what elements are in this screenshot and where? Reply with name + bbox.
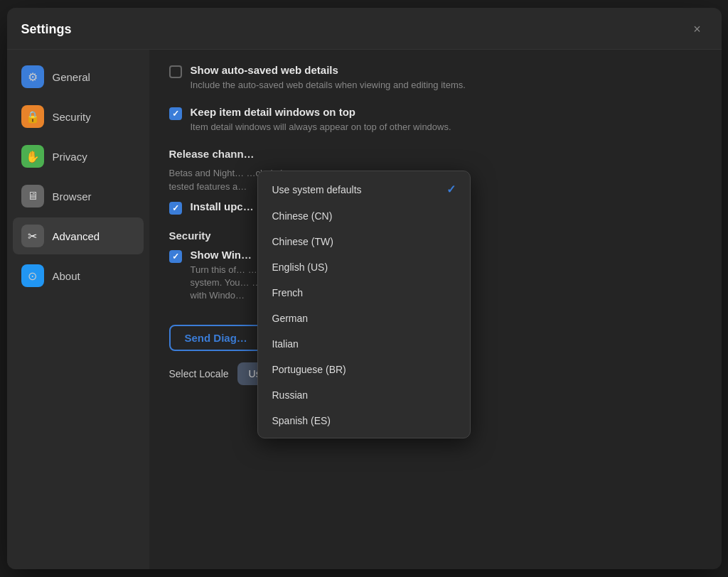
dropdown-item-4[interactable]: French: [258, 280, 470, 306]
dropdown-check-0: ✓: [446, 183, 456, 196]
dropdown-item-label-3: English (US): [272, 261, 328, 273]
main-content: ⚙ General 🔒 Security ✋ Privacy 🖥 Browser…: [7, 50, 722, 569]
dropdown-item-7[interactable]: Portuguese (BR): [258, 357, 470, 382]
install-updates-label: Install upc…: [191, 200, 254, 212]
settings-window: Settings × ⚙ General 🔒 Security ✋ Privac…: [7, 8, 722, 569]
dropdown-item-label-6: Italian: [272, 338, 299, 350]
keep-on-top-desc: Item detail windows will always appear o…: [191, 121, 451, 134]
sidebar-item-general[interactable]: ⚙ General: [13, 58, 144, 95]
dropdown-item-0[interactable]: Use system defaults ✓: [258, 176, 470, 203]
locale-dropdown: Use system defaults ✓ Chinese (CN) Chine…: [257, 171, 471, 438]
titlebar: Settings ×: [7, 8, 722, 50]
release-channel-label: Release chann…: [169, 148, 702, 160]
show-windows-checkbox[interactable]: [169, 250, 182, 263]
show-autosaved-title: Show auto-saved web details: [191, 64, 466, 76]
sidebar-item-browser[interactable]: 🖥 Browser: [13, 178, 144, 215]
content-area: Show auto-saved web details Include the …: [149, 50, 722, 569]
show-autosaved-desc: Include the auto-saved web details when …: [191, 79, 466, 92]
dropdown-item-label-9: Spanish (ES): [272, 415, 331, 426]
dropdown-item-label-7: Portuguese (BR): [272, 364, 346, 375]
show-autosaved-checkbox[interactable]: [169, 65, 182, 78]
dropdown-item-6[interactable]: Italian: [258, 331, 470, 357]
dropdown-item-8[interactable]: Russian: [258, 382, 470, 408]
keep-on-top-title: Keep item detail windows on top: [191, 106, 451, 118]
sidebar-label-privacy: Privacy: [53, 151, 87, 163]
dropdown-item-3[interactable]: English (US): [258, 254, 470, 280]
keep-on-top-row: Keep item detail windows on top Item det…: [169, 106, 702, 134]
sidebar-item-advanced[interactable]: ✂ Advanced: [13, 217, 144, 254]
dropdown-item-label-4: French: [272, 287, 304, 298]
install-updates-checkbox[interactable]: [169, 202, 182, 215]
keep-on-top-text: Keep item detail windows on top Item det…: [191, 106, 451, 134]
dropdown-item-label-8: Russian: [272, 389, 309, 401]
send-diagnostics-button[interactable]: Send Diag…: [169, 325, 263, 351]
dropdown-item-label-5: German: [272, 313, 309, 324]
close-button[interactable]: ×: [687, 19, 707, 39]
sidebar-label-about: About: [53, 270, 80, 282]
dropdown-item-2[interactable]: Chinese (TW): [258, 229, 470, 254]
sidebar-item-security[interactable]: 🔒 Security: [13, 98, 144, 135]
locale-label: Select Locale: [169, 368, 229, 379]
privacy-icon: ✋: [21, 145, 44, 168]
advanced-icon: ✂: [21, 225, 44, 247]
dropdown-item-1[interactable]: Chinese (CN): [258, 203, 470, 229]
dropdown-item-label-2: Chinese (TW): [272, 236, 333, 247]
dropdown-item-label-0: Use system defaults: [272, 184, 362, 195]
sidebar-item-about[interactable]: ⊙ About: [13, 257, 144, 294]
sidebar-label-browser: Browser: [53, 190, 92, 203]
show-autosaved-text: Show auto-saved web details Include the …: [191, 64, 466, 92]
sidebar-item-privacy[interactable]: ✋ Privacy: [13, 138, 144, 175]
general-icon: ⚙: [21, 65, 44, 88]
window-title: Settings: [21, 22, 72, 37]
sidebar: ⚙ General 🔒 Security ✋ Privacy 🖥 Browser…: [7, 50, 149, 569]
keep-on-top-checkbox[interactable]: [169, 107, 182, 120]
security-icon: 🔒: [21, 105, 44, 128]
dropdown-item-5[interactable]: German: [258, 306, 470, 331]
show-autosaved-row: Show auto-saved web details Include the …: [169, 64, 702, 92]
sidebar-label-advanced: Advanced: [53, 230, 100, 242]
sidebar-label-general: General: [53, 71, 90, 83]
sidebar-label-security: Security: [53, 111, 91, 123]
browser-icon: 🖥: [21, 185, 44, 207]
about-icon: ⊙: [21, 264, 44, 287]
dropdown-item-label-1: Chinese (CN): [272, 210, 333, 222]
dropdown-item-9[interactable]: Spanish (ES): [258, 408, 470, 433]
